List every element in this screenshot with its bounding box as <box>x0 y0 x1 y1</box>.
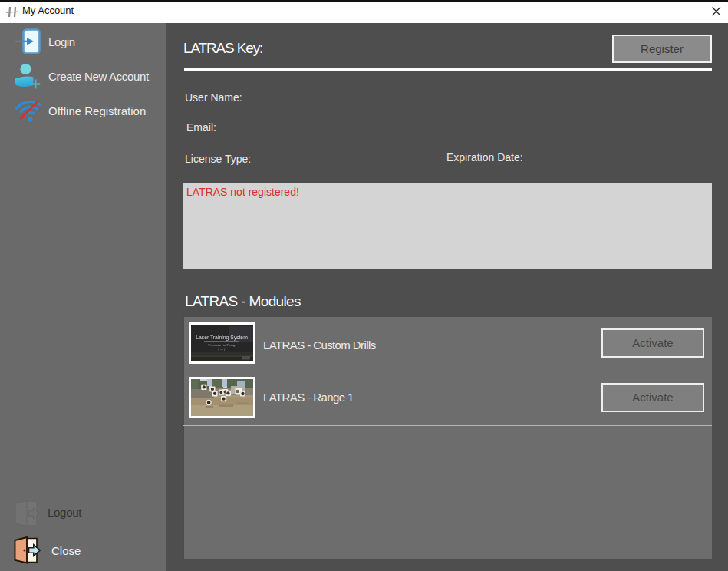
svg-text:[ — ]: [ — ] <box>219 347 226 351</box>
svg-text:Precision in Firing: Precision in Firing <box>209 343 236 347</box>
svg-text:Laser Training System: Laser Training System <box>196 335 248 341</box>
